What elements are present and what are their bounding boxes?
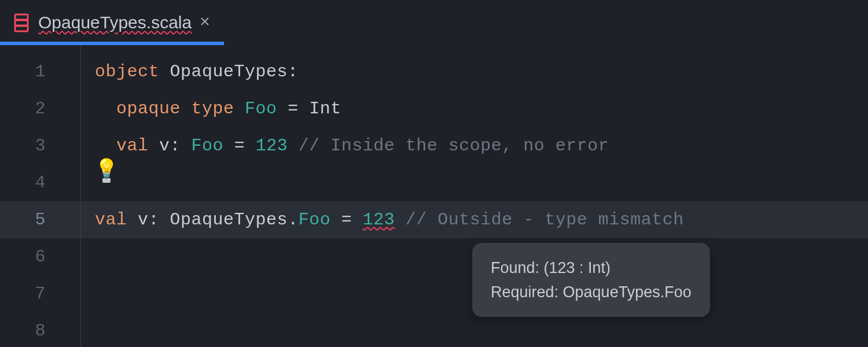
keyword: opaque [116,99,181,119]
error-literal: 123 [363,210,395,230]
scala-file-icon [13,13,30,32]
punct: = [341,210,352,230]
code-area[interactable]: object OpaqueTypes: opaque type Foo = In… [81,45,868,347]
keyword: val [116,136,149,156]
intention-bulb-icon[interactable]: 💡 [95,158,118,183]
tooltip-line: Required: OpaqueTypes.Foo [491,280,692,304]
type-name: Foo [192,136,224,156]
error-tooltip: Found: (123 : Int) Required: OpaqueTypes… [472,243,710,317]
line-number: 5 [0,201,80,238]
svg-rect-2 [15,26,28,31]
type-name: Foo [299,210,331,230]
editor: 1 2 3 4 5 6 7 8 object OpaqueTypes: opaq… [0,45,868,347]
identifier: v [138,210,149,230]
qualifier: OpaqueTypes [170,210,288,230]
svg-rect-0 [15,14,28,20]
keyword: object [95,62,159,82]
type-name: Int [309,99,341,119]
keyword: val [95,210,127,230]
line-number: 2 [0,90,80,127]
code-line[interactable] [81,312,868,347]
tab-filename: OpaqueTypes.scala [38,13,192,32]
comment: // Outside - type mismatch [406,210,684,230]
punct: = [288,99,299,119]
line-number: 8 [0,312,80,347]
punct: : [149,210,160,230]
tab-bar: OpaqueTypes.scala [0,0,868,45]
line-number: 6 [0,238,80,275]
type-name: Foo [245,99,277,119]
close-icon[interactable] [200,16,210,29]
code-line[interactable]: opaque type Foo = Int [81,90,868,127]
line-number: 4 [0,164,80,201]
svg-rect-1 [15,20,28,25]
punct: . [288,210,299,230]
gutter: 1 2 3 4 5 6 7 8 [0,45,81,347]
editor-tab[interactable]: OpaqueTypes.scala [0,0,224,45]
keyword: type [192,99,234,119]
identifier: v [159,136,170,156]
code-line[interactable]: val v: Foo = 123 // Inside the scope, no… [81,127,868,164]
tooltip-line: Found: (123 : Int) [491,256,692,280]
line-number: 1 [0,53,80,90]
code-line[interactable] [81,164,868,201]
punct: = [234,136,245,156]
line-number: 7 [0,275,80,312]
literal: 123 [256,136,288,156]
punct: : [170,136,181,156]
identifier: OpaqueTypes [170,62,288,82]
code-line[interactable]: val v: OpaqueTypes.Foo = 123 // Outside … [81,201,868,238]
code-line[interactable]: object OpaqueTypes: [81,53,868,90]
punct: : [288,62,299,82]
comment: // Inside the scope, no error [299,136,609,156]
line-number: 3 [0,127,80,164]
